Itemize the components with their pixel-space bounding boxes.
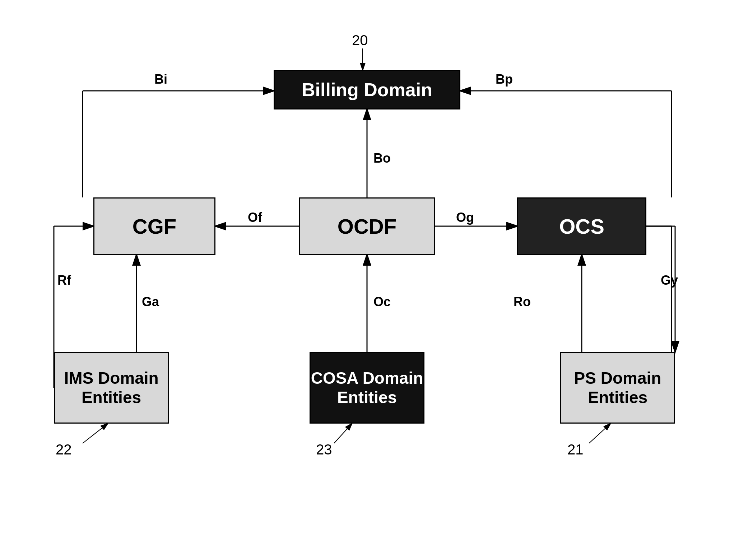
svg-line-21 [334,424,352,443]
svg-line-20 [83,424,108,443]
og-label: Og [456,210,474,225]
oc-label: Oc [373,294,391,309]
rf-label: Rf [57,273,71,288]
ocdf-label: OCDF [338,214,396,238]
diagram: Billing Domain CGF OCDF OCS IMS Domain E… [0,0,734,560]
cosa-box: COSA Domain Entities [310,352,424,424]
bi-label: Bi [154,72,167,87]
gy-label: Gy [661,273,678,288]
cosa-label: COSA Domain Entities [311,368,423,407]
of-label: Of [248,210,262,225]
billing-domain-box: Billing Domain [274,70,460,109]
ref-23: 23 [316,442,332,458]
cgf-label: CGF [133,214,176,238]
ref-21: 21 [567,442,584,458]
bp-label: Bp [496,72,513,87]
ps-label: PS Domain Entities [574,368,661,407]
ps-box: PS Domain Entities [560,352,675,424]
ims-label: IMS Domain Entities [64,368,158,407]
ref-20: 20 [352,32,368,48]
bo-label: Bo [373,151,391,166]
billing-domain-label: Billing Domain [302,79,432,101]
ocs-label: OCS [559,214,604,238]
ocdf-box: OCDF [299,197,435,255]
ims-box: IMS Domain Entities [54,352,169,424]
ocs-box: OCS [517,197,646,255]
ga-label: Ga [142,294,159,309]
cgf-box: CGF [93,197,215,255]
ref-22: 22 [56,442,72,458]
ro-label: Ro [514,294,531,309]
svg-line-22 [589,424,610,443]
